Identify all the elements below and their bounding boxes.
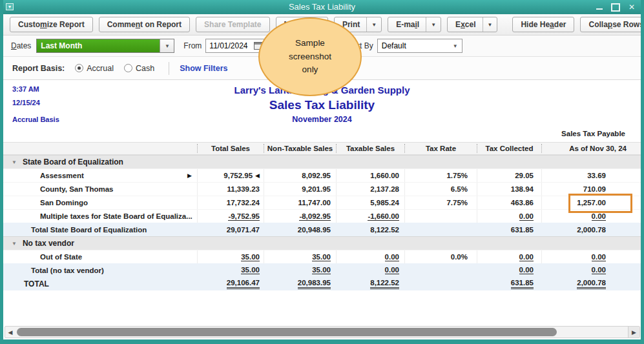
excel-button[interactable]: Excel ▼ (447, 17, 497, 32)
sample-overlay-bubble: Sample screenshot only (258, 17, 362, 96)
column-header[interactable]: Taxable Sales (336, 144, 404, 153)
table-row: County, San Thomas 11,339.23 9,201.95 2,… (3, 182, 641, 196)
dates-dropdown-arrow-icon[interactable]: ▼ (160, 39, 174, 52)
email-button[interactable]: E-mail ▼ (388, 17, 441, 32)
excel-dropdown-arrow-icon[interactable]: ▼ (483, 17, 497, 32)
report-window: ▾ Sales Tax Liability ✕ Customize Report… (0, 0, 644, 344)
divider (169, 62, 169, 75)
column-header[interactable]: Tax Collected (477, 144, 541, 153)
table-row: San Domingo 17,732.24 11,747.00 5,985.24… (3, 196, 641, 209)
drill-right-icon[interactable]: ▶ (187, 172, 192, 179)
highlight-annotation-box (568, 194, 632, 213)
drill-left-icon: ◀ (255, 172, 260, 179)
column-header[interactable]: Tax Rate (404, 144, 477, 153)
collapse-rows-button[interactable]: Collapse Rows (580, 17, 644, 32)
close-button[interactable]: ✕ (625, 0, 639, 14)
name-column-header (3, 144, 197, 153)
table-row: Assessment▶ 9,752.95◀ 8,092.95 1,660.00 … (3, 168, 641, 182)
cash-radio-label[interactable]: Cash (136, 64, 154, 73)
customize-report-button[interactable]: Customize Report (10, 17, 93, 32)
group-label: State Board of Equalization (23, 157, 123, 167)
window-menu-icon[interactable]: ▾ (6, 3, 14, 10)
grand-total-row: TOTAL 29,106.47 20,983.95 8,122.52 631.8… (3, 277, 641, 290)
scrollbar-thumb[interactable] (17, 328, 557, 336)
column-header[interactable]: Total Sales (197, 144, 264, 153)
column-header[interactable]: As of Nov 30, 24 (541, 144, 641, 153)
window-title: Sales Tax Liability (0, 0, 644, 14)
email-dropdown-arrow-icon[interactable]: ▼ (426, 17, 441, 32)
dates-selected-value: Last Month (37, 39, 160, 52)
from-label: From (183, 41, 202, 50)
comment-on-report-button[interactable]: Comment on Report (99, 17, 190, 32)
collapse-triangle-icon[interactable]: ▼ (12, 241, 17, 247)
section-total-row: Total (no tax vendor) 35.00 35.00 0.00 0… (3, 263, 641, 277)
table-row: Multiple taxes for State Board of Equali… (3, 209, 641, 223)
dates-label: Dates (11, 41, 31, 50)
report-title: Sales Tax Liability (3, 98, 641, 112)
share-template-button: Share Template (196, 17, 269, 32)
row-label: County, San Thomas (3, 183, 197, 196)
maximize-button[interactable] (608, 0, 623, 14)
sort-by-select[interactable]: Default ▼ (377, 39, 462, 53)
sort-by-dropdown-arrow-icon: ▼ (453, 43, 458, 49)
cash-radio[interactable] (124, 64, 132, 72)
sales-tax-payable-label: Sales Tax Payable (561, 130, 625, 137)
minimize-button[interactable] (592, 0, 607, 14)
row-label: San Domingo (3, 196, 197, 209)
hide-header-button[interactable]: Hide Header (512, 17, 574, 32)
row-label: Total State Board of Equalization (3, 223, 197, 236)
report-table: Total Sales Non-Taxable Sales Taxable Sa… (3, 142, 641, 290)
column-header[interactable]: Non-Taxable Sales (264, 144, 336, 153)
scroll-left-icon[interactable]: ◀ (5, 329, 16, 336)
row-label: Total (no tax vendor) (3, 263, 197, 277)
from-date-input[interactable]: 11/01/2024 (205, 39, 265, 53)
accrual-radio[interactable] (75, 64, 83, 72)
report-period: November 2024 (3, 115, 641, 124)
table-header-row: Total Sales Non-Taxable Sales Taxable Sa… (3, 142, 641, 155)
group-label: No tax vendor (23, 239, 74, 248)
print-dropdown-arrow-icon[interactable]: ▼ (366, 17, 381, 32)
show-filters-link[interactable]: Show Filters (180, 64, 227, 73)
dates-select[interactable]: Last Month ▼ (36, 39, 174, 53)
accrual-radio-label[interactable]: Accrual (87, 64, 114, 73)
scroll-right-icon[interactable]: ▶ (628, 327, 639, 338)
row-label: Multiple taxes for State Board of Equali… (3, 210, 197, 223)
table-row-group: ▼State Board of Equalization (3, 155, 641, 168)
collapse-triangle-icon[interactable]: ▼ (12, 159, 17, 165)
horizontal-scrollbar[interactable]: ◀ ▶ (5, 326, 640, 338)
row-label: TOTAL (3, 277, 197, 290)
title-bar: ▾ Sales Tax Liability ✕ (0, 0, 644, 14)
table-row: Out of State 35.00 35.00 0.00 0.0% 0.00 … (3, 250, 641, 263)
row-label: Assessment▶ (3, 169, 197, 182)
report-basis-label: Report Basis: (12, 64, 65, 73)
row-label: Out of State (3, 250, 197, 263)
section-total-row: Total State Board of Equalization 29,071… (3, 223, 641, 236)
table-row-group: ▼No tax vendor (3, 236, 641, 250)
